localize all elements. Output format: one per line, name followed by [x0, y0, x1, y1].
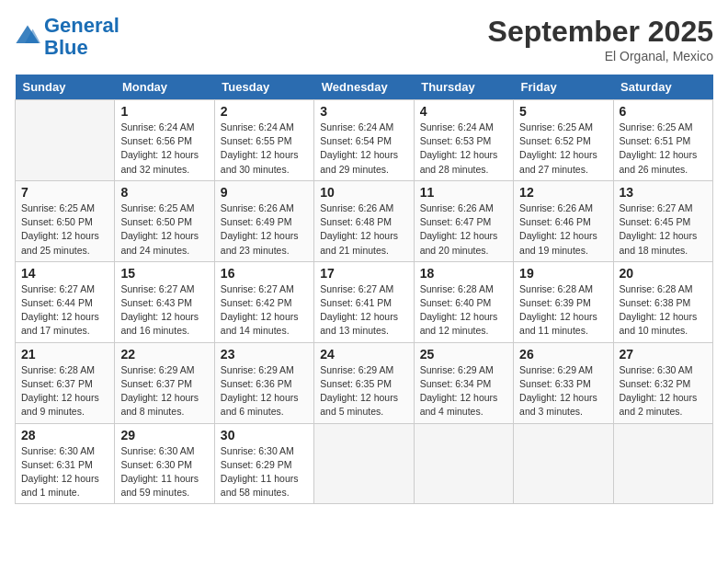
- day-info: Sunrise: 6:30 AM Sunset: 6:31 PM Dayligh…: [21, 444, 108, 500]
- day-number: 4: [420, 104, 507, 119]
- day-info: Sunrise: 6:29 AM Sunset: 6:37 PM Dayligh…: [120, 363, 208, 419]
- day-info: Sunrise: 6:28 AM Sunset: 6:38 PM Dayligh…: [620, 282, 707, 339]
- day-info: Sunrise: 6:26 AM Sunset: 6:48 PM Dayligh…: [320, 201, 407, 258]
- col-header-wednesday: Wednesday: [314, 75, 414, 100]
- day-cell: 24Sunrise: 6:29 AM Sunset: 6:35 PM Dayli…: [314, 342, 414, 423]
- day-number: 23: [221, 347, 308, 362]
- day-number: 15: [120, 266, 208, 281]
- day-number: 3: [320, 104, 407, 119]
- day-cell: 12Sunrise: 6:26 AM Sunset: 6:46 PM Dayli…: [514, 180, 613, 261]
- day-number: 22: [120, 347, 208, 362]
- day-info: Sunrise: 6:27 AM Sunset: 6:41 PM Dayligh…: [320, 282, 407, 339]
- day-info: Sunrise: 6:30 AM Sunset: 6:32 PM Dayligh…: [620, 363, 707, 419]
- day-number: 26: [519, 347, 607, 362]
- day-info: Sunrise: 6:26 AM Sunset: 6:46 PM Dayligh…: [519, 201, 607, 258]
- col-header-sunday: Sunday: [16, 75, 115, 100]
- day-cell: [613, 423, 712, 504]
- day-cell: 22Sunrise: 6:29 AM Sunset: 6:37 PM Dayli…: [115, 342, 214, 423]
- title-block: September 2025 El Organal, Mexico: [488, 15, 713, 63]
- header-row: SundayMondayTuesdayWednesdayThursdayFrid…: [16, 75, 713, 100]
- day-info: Sunrise: 6:25 AM Sunset: 6:50 PM Dayligh…: [21, 201, 108, 258]
- day-info: Sunrise: 6:29 AM Sunset: 6:34 PM Dayligh…: [420, 363, 507, 419]
- day-cell: 18Sunrise: 6:28 AM Sunset: 6:40 PM Dayli…: [414, 261, 513, 342]
- day-number: 1: [120, 104, 208, 119]
- day-number: 27: [620, 347, 707, 362]
- day-cell: 26Sunrise: 6:29 AM Sunset: 6:33 PM Dayli…: [514, 342, 613, 423]
- day-info: Sunrise: 6:24 AM Sunset: 6:53 PM Dayligh…: [420, 121, 507, 177]
- day-cell: [16, 100, 115, 181]
- day-number: 19: [519, 266, 607, 281]
- col-header-friday: Friday: [514, 75, 613, 100]
- week-row-2: 7Sunrise: 6:25 AM Sunset: 6:50 PM Daylig…: [16, 180, 713, 261]
- day-number: 24: [320, 347, 407, 362]
- week-row-4: 21Sunrise: 6:28 AM Sunset: 6:37 PM Dayli…: [16, 342, 713, 423]
- day-number: 21: [21, 347, 108, 362]
- day-cell: 30Sunrise: 6:30 AM Sunset: 6:29 PM Dayli…: [214, 423, 313, 504]
- day-cell: 25Sunrise: 6:29 AM Sunset: 6:34 PM Dayli…: [414, 342, 513, 423]
- day-info: Sunrise: 6:27 AM Sunset: 6:45 PM Dayligh…: [620, 201, 707, 258]
- day-number: 17: [320, 266, 407, 281]
- day-number: 11: [420, 185, 507, 200]
- day-info: Sunrise: 6:29 AM Sunset: 6:33 PM Dayligh…: [519, 363, 607, 419]
- day-cell: 3Sunrise: 6:24 AM Sunset: 6:54 PM Daylig…: [314, 100, 414, 181]
- day-info: Sunrise: 6:24 AM Sunset: 6:54 PM Dayligh…: [320, 121, 407, 177]
- logo-icon: [15, 24, 40, 50]
- day-cell: 17Sunrise: 6:27 AM Sunset: 6:41 PM Dayli…: [314, 261, 414, 342]
- day-info: Sunrise: 6:30 AM Sunset: 6:29 PM Dayligh…: [221, 444, 308, 500]
- day-number: 18: [420, 266, 507, 281]
- day-number: 29: [120, 428, 208, 442]
- day-cell: 14Sunrise: 6:27 AM Sunset: 6:44 PM Dayli…: [16, 261, 115, 342]
- day-number: 12: [519, 185, 607, 200]
- day-info: Sunrise: 6:26 AM Sunset: 6:49 PM Dayligh…: [221, 201, 308, 258]
- day-info: Sunrise: 6:26 AM Sunset: 6:47 PM Dayligh…: [420, 201, 507, 258]
- day-cell: 8Sunrise: 6:25 AM Sunset: 6:50 PM Daylig…: [115, 180, 214, 261]
- day-cell: 23Sunrise: 6:29 AM Sunset: 6:36 PM Dayli…: [214, 342, 313, 423]
- day-cell: 15Sunrise: 6:27 AM Sunset: 6:43 PM Dayli…: [115, 261, 214, 342]
- day-cell: 13Sunrise: 6:27 AM Sunset: 6:45 PM Dayli…: [613, 180, 712, 261]
- day-info: Sunrise: 6:28 AM Sunset: 6:37 PM Dayligh…: [21, 363, 108, 419]
- day-cell: 9Sunrise: 6:26 AM Sunset: 6:49 PM Daylig…: [214, 180, 313, 261]
- day-number: 25: [420, 347, 507, 362]
- day-info: Sunrise: 6:28 AM Sunset: 6:39 PM Dayligh…: [519, 282, 607, 339]
- day-cell: 28Sunrise: 6:30 AM Sunset: 6:31 PM Dayli…: [16, 423, 115, 504]
- day-cell: 1Sunrise: 6:24 AM Sunset: 6:56 PM Daylig…: [115, 100, 214, 181]
- week-row-5: 28Sunrise: 6:30 AM Sunset: 6:31 PM Dayli…: [16, 423, 713, 504]
- day-cell: [414, 423, 513, 504]
- day-info: Sunrise: 6:24 AM Sunset: 6:56 PM Dayligh…: [120, 121, 208, 177]
- day-number: 7: [21, 185, 108, 200]
- calendar-table: SundayMondayTuesdayWednesdayThursdayFrid…: [15, 75, 713, 504]
- month-title: September 2025: [488, 15, 713, 49]
- day-number: 14: [21, 266, 108, 281]
- day-info: Sunrise: 6:25 AM Sunset: 6:52 PM Dayligh…: [519, 121, 607, 177]
- day-cell: [314, 423, 414, 504]
- day-info: Sunrise: 6:27 AM Sunset: 6:42 PM Dayligh…: [221, 282, 308, 339]
- location: El Organal, Mexico: [488, 49, 713, 63]
- day-info: Sunrise: 6:24 AM Sunset: 6:55 PM Dayligh…: [221, 121, 308, 177]
- day-info: Sunrise: 6:29 AM Sunset: 6:35 PM Dayligh…: [320, 363, 407, 419]
- day-cell: 2Sunrise: 6:24 AM Sunset: 6:55 PM Daylig…: [214, 100, 313, 181]
- day-number: 20: [620, 266, 707, 281]
- day-cell: 11Sunrise: 6:26 AM Sunset: 6:47 PM Dayli…: [414, 180, 513, 261]
- day-cell: 6Sunrise: 6:25 AM Sunset: 6:51 PM Daylig…: [613, 100, 712, 181]
- day-number: 6: [620, 104, 707, 119]
- day-number: 28: [21, 428, 108, 442]
- day-info: Sunrise: 6:30 AM Sunset: 6:30 PM Dayligh…: [120, 444, 208, 500]
- day-number: 30: [221, 428, 308, 442]
- col-header-saturday: Saturday: [613, 75, 712, 100]
- logo: General Blue: [15, 15, 119, 59]
- day-cell: 29Sunrise: 6:30 AM Sunset: 6:30 PM Dayli…: [115, 423, 214, 504]
- week-row-3: 14Sunrise: 6:27 AM Sunset: 6:44 PM Dayli…: [16, 261, 713, 342]
- day-info: Sunrise: 6:28 AM Sunset: 6:40 PM Dayligh…: [420, 282, 507, 339]
- day-number: 16: [221, 266, 308, 281]
- day-info: Sunrise: 6:27 AM Sunset: 6:43 PM Dayligh…: [120, 282, 208, 339]
- day-info: Sunrise: 6:27 AM Sunset: 6:44 PM Dayligh…: [21, 282, 108, 339]
- day-number: 13: [620, 185, 707, 200]
- col-header-thursday: Thursday: [414, 75, 513, 100]
- day-number: 10: [320, 185, 407, 200]
- day-number: 2: [221, 104, 308, 119]
- day-cell: 16Sunrise: 6:27 AM Sunset: 6:42 PM Dayli…: [214, 261, 313, 342]
- day-cell: 7Sunrise: 6:25 AM Sunset: 6:50 PM Daylig…: [16, 180, 115, 261]
- day-cell: 10Sunrise: 6:26 AM Sunset: 6:48 PM Dayli…: [314, 180, 414, 261]
- day-number: 5: [519, 104, 607, 119]
- day-cell: 4Sunrise: 6:24 AM Sunset: 6:53 PM Daylig…: [414, 100, 513, 181]
